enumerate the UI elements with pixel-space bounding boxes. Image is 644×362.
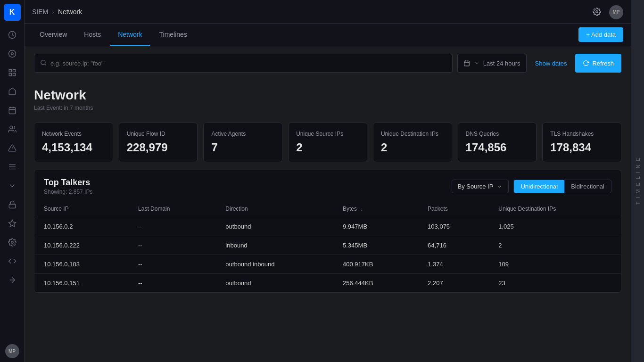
timeline-strip[interactable]: T I M E L I N E (631, 0, 644, 362)
add-data-button[interactable]: + Add data (578, 27, 623, 42)
svg-line-23 (45, 64, 46, 65)
cell-last-domain: -- (129, 236, 216, 255)
time-range-label: Last 24 hours (483, 60, 520, 67)
sidebar-icon-chevron[interactable] (4, 177, 21, 194)
toggle-unidirectional[interactable]: Unidirectional (514, 180, 564, 193)
col-unique-dest: Unique Destination IPs (489, 201, 621, 217)
svg-point-1 (8, 50, 16, 58)
refresh-button[interactable]: Refresh (575, 54, 621, 73)
content-area: Last 24 hours Show dates Refresh Network… (25, 46, 631, 362)
breadcrumb-siem: SIEM (32, 8, 48, 16)
sort-icon: ↓ (360, 206, 363, 212)
settings-icon-btn[interactable] (589, 4, 604, 19)
timeline-label: T I M E L I N E (635, 157, 641, 205)
topbar: SIEM › Network MP (25, 0, 631, 24)
section-subtitle: Showing: 2,857 IPs (44, 189, 92, 195)
tab-timelines[interactable]: Timelines (152, 24, 195, 46)
sidebar-icon-settings[interactable] (4, 234, 21, 251)
col-packets: Packets (418, 201, 489, 217)
dropdown-label: By Source IP (458, 183, 494, 190)
svg-point-2 (11, 53, 13, 55)
stat-card: Active Agents 7 (203, 123, 282, 162)
sidebar-icon-dev[interactable] (4, 253, 21, 270)
search-input-wrap[interactable] (34, 54, 453, 73)
cell-unique-dest: 2 (489, 236, 621, 255)
svg-rect-6 (13, 74, 15, 76)
table-row: 10.156.0.103 -- outbound inbound 400.917… (34, 255, 621, 274)
page-title: Network (34, 88, 621, 103)
sidebar-icon-calendar[interactable] (4, 102, 21, 119)
cell-last-domain: -- (129, 274, 216, 293)
stat-label: Unique Destination IPs (381, 131, 444, 137)
cell-source-ip[interactable]: 10.156.0.103 (34, 255, 129, 274)
sidebar-icon-lock[interactable] (4, 196, 21, 213)
col-source-ip: Source IP (34, 201, 129, 217)
section-controls: By Source IP Unidirectional Bidirectiona… (452, 180, 611, 193)
time-picker[interactable]: Last 24 hours (457, 54, 527, 73)
cell-source-ip[interactable]: 10.156.0.222 (34, 236, 129, 255)
section-title-wrap: Top Talkers Showing: 2,857 IPs (44, 178, 92, 195)
stat-label: Unique Flow ID (127, 131, 190, 137)
svg-rect-7 (9, 107, 16, 114)
svg-point-22 (41, 60, 45, 64)
stat-card: TLS Handshakes 178,834 (542, 123, 621, 162)
cell-bytes: 256.444KB (333, 274, 418, 293)
sidebar-icon-menu[interactable] (4, 158, 21, 175)
stat-value: 228,979 (127, 141, 190, 154)
cell-bytes: 400.917KB (333, 255, 418, 274)
cell-source-ip[interactable]: 10.156.0.2 (34, 217, 129, 236)
svg-rect-24 (464, 61, 470, 66)
stat-card: Unique Destination IPs 2 (373, 123, 452, 162)
tab-overview[interactable]: Overview (32, 24, 74, 46)
sidebar-icon-discover[interactable] (4, 45, 21, 62)
sidebar-icon-recent[interactable] (4, 26, 21, 43)
stat-card: Network Events 4,153,134 (34, 123, 113, 162)
search-input[interactable] (50, 60, 446, 67)
sidebar: K (0, 0, 25, 362)
svg-marker-18 (8, 220, 16, 227)
cell-direction: outbound inbound (216, 255, 333, 274)
stat-label: Network Events (42, 131, 105, 137)
nav-tabs: Overview Hosts Network Timelines + Add d… (25, 24, 631, 46)
table-header-row: Source IP Last Domain Direction Bytes ↓ … (34, 201, 621, 217)
stat-label: Unique Source IPs (296, 131, 359, 137)
refresh-icon (583, 60, 589, 66)
sidebar-icon-alerts[interactable] (4, 140, 21, 156)
show-dates-button[interactable]: Show dates (531, 60, 571, 67)
source-dropdown[interactable]: By Source IP (452, 180, 509, 193)
sidebar-icon-users[interactable] (4, 121, 21, 138)
tab-hosts[interactable]: Hosts (76, 24, 108, 46)
sidebar-icon-star[interactable] (4, 215, 21, 232)
search-icon (40, 59, 47, 67)
refresh-label: Refresh (592, 60, 614, 67)
sidebar-icon-siem[interactable] (4, 83, 21, 100)
toggle-bidirectional[interactable]: Bidirectional (564, 180, 611, 193)
user-avatar[interactable]: MP (5, 344, 19, 358)
svg-point-21 (596, 10, 598, 13)
cell-direction: outbound (216, 217, 333, 236)
stat-value: 7 (211, 141, 274, 154)
sidebar-icon-dashboard[interactable] (4, 64, 21, 81)
app-logo[interactable]: K (4, 4, 21, 21)
tab-network[interactable]: Network (110, 24, 149, 46)
section-title: Top Talkers (44, 178, 92, 188)
direction-toggle-group: Unidirectional Bidirectional (513, 180, 611, 193)
topbar-avatar[interactable]: MP (609, 5, 623, 19)
svg-rect-5 (9, 74, 11, 76)
top-talkers-section: Top Talkers Showing: 2,857 IPs By Source… (34, 170, 621, 293)
chevron-down-icon (474, 60, 479, 66)
sidebar-icon-arrow[interactable] (4, 272, 21, 288)
stat-value: 174,856 (466, 141, 529, 154)
cell-last-domain: -- (129, 217, 216, 236)
cell-source-ip[interactable]: 10.156.0.151 (34, 274, 129, 293)
stat-card: DNS Queries 174,856 (458, 123, 537, 162)
breadcrumb-current: Network (58, 8, 82, 16)
col-direction: Direction (216, 201, 333, 217)
cell-packets: 64,716 (418, 236, 489, 255)
cell-unique-dest: 109 (489, 255, 621, 274)
stat-label: TLS Handshakes (550, 131, 613, 137)
dropdown-chevron-icon (497, 184, 503, 189)
svg-point-19 (11, 241, 13, 244)
cell-unique-dest: 23 (489, 274, 621, 293)
cell-bytes: 9.947MB (333, 217, 418, 236)
